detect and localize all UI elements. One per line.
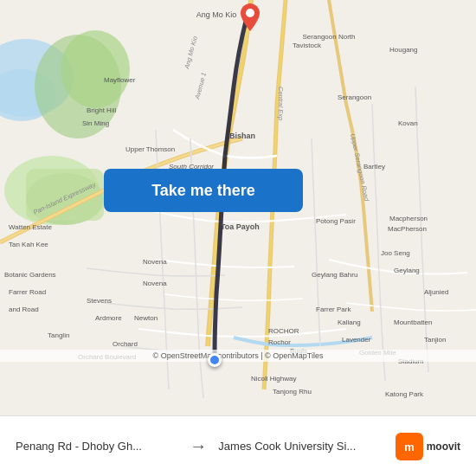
svg-text:m: m	[404, 441, 415, 453]
svg-text:Stevens: Stevens	[87, 297, 112, 305]
svg-text:Novena: Novena	[143, 258, 167, 266]
to-section: James Cook University Si...	[211, 440, 388, 453]
from-label: Penang Rd - Dhoby Gh...	[16, 440, 178, 453]
direction-arrow: →	[185, 436, 211, 456]
from-section: Penang Rd - Dhoby Gh...	[9, 440, 185, 453]
svg-text:Macpherson: Macpherson	[389, 215, 428, 222]
svg-text:Rochor: Rochor	[268, 338, 291, 346]
svg-point-61	[246, 9, 254, 17]
svg-text:Toa Payoh: Toa Payoh	[221, 222, 260, 231]
svg-text:Farrer Road: Farrer Road	[9, 288, 46, 296]
svg-text:Tavistock: Tavistock	[293, 42, 322, 49]
svg-text:Ardmore: Ardmore	[95, 314, 122, 322]
svg-text:Serangoon: Serangoon	[338, 93, 371, 101]
svg-text:Katong Park: Katong Park	[385, 390, 424, 398]
svg-text:Farrer Park: Farrer Park	[316, 306, 351, 313]
svg-text:Ang Mo Kio: Ang Mo Kio	[196, 10, 237, 19]
svg-text:MacPherson: MacPherson	[388, 225, 427, 233]
svg-text:Watten Estate: Watten Estate	[9, 223, 53, 231]
svg-text:Tanjion: Tanjion	[424, 336, 446, 344]
svg-point-7	[61, 30, 130, 108]
svg-text:Joo Seng: Joo Seng	[381, 249, 410, 257]
svg-text:Hougang: Hougang	[389, 46, 417, 54]
svg-text:Botanic Gardens: Botanic Gardens	[4, 271, 56, 279]
to-label: James Cook University Si...	[218, 440, 381, 453]
bottom-bar: Penang Rd - Dhoby Gh... → James Cook Uni…	[0, 415, 476, 476]
svg-text:Bright Hill: Bright Hill	[87, 106, 116, 114]
svg-text:Tanglin: Tanglin	[48, 331, 69, 339]
svg-text:Bishan: Bishan	[229, 132, 255, 140]
svg-text:Geylang Bahru: Geylang Bahru	[312, 271, 357, 279]
svg-text:Sin Ming: Sin Ming	[82, 119, 109, 127]
moovit-icon: m	[396, 433, 423, 460]
svg-text:ROCHOR: ROCHOR	[268, 327, 299, 335]
map-container: Ang Mo Kio Serangoon North Hougang Mayfl…	[0, 0, 476, 415]
svg-text:Mountbatten: Mountbatten	[394, 318, 432, 326]
svg-text:Aljunied: Aljunied	[424, 288, 448, 296]
svg-text:Potong Pasir: Potong Pasir	[316, 217, 356, 225]
svg-text:Novena: Novena	[143, 280, 167, 287]
svg-text:Tan Kah Kee: Tan Kah Kee	[9, 241, 48, 248]
svg-text:Geylang: Geylang	[394, 267, 420, 274]
origin-marker	[208, 353, 222, 367]
svg-text:Upper Thomson: Upper Thomson	[125, 145, 175, 153]
svg-text:Central Exp: Central Exp	[277, 87, 285, 120]
svg-text:Nicoll Highway: Nicoll Highway	[251, 375, 296, 383]
svg-text:Serangoon North: Serangoon North	[303, 33, 356, 41]
svg-text:Tanjong Rhu: Tanjong Rhu	[273, 388, 312, 396]
svg-text:Mayflower: Mayflower	[104, 76, 136, 84]
take-me-there-button[interactable]: Take me there	[104, 169, 303, 212]
moovit-logo: m moovit	[389, 433, 467, 460]
attribution: © OpenStreetMap contributors | © OpenMap…	[0, 350, 476, 362]
svg-text:Kovan: Kovan	[398, 119, 418, 127]
svg-text:Lavender: Lavender	[342, 336, 371, 344]
svg-text:Newton: Newton	[134, 314, 158, 322]
svg-text:Kallang: Kallang	[338, 318, 361, 326]
svg-text:and Road: and Road	[9, 306, 39, 313]
svg-text:Orchard: Orchard	[113, 340, 138, 348]
moovit-text: moovit	[427, 441, 460, 453]
destination-marker	[241, 3, 260, 31]
svg-text:Bartley: Bartley	[363, 163, 385, 170]
